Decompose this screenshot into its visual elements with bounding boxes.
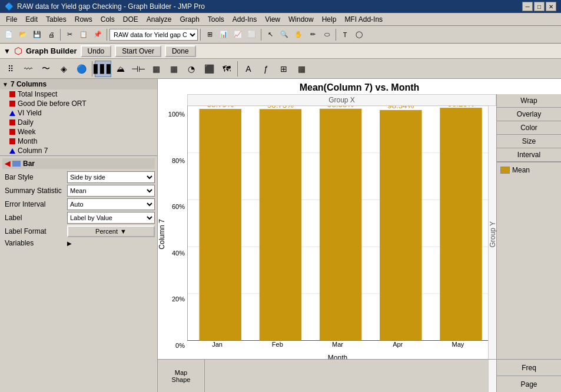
maximize-button[interactable]: □ xyxy=(534,2,545,11)
gb-tool-treemap[interactable]: ⬛ xyxy=(201,61,217,77)
menu-rows[interactable]: Rows xyxy=(71,14,96,25)
menu-window[interactable]: Window xyxy=(285,14,317,25)
color-button[interactable]: Color xyxy=(497,121,561,135)
minimize-button[interactable]: ─ xyxy=(522,2,533,11)
gb-toolbar: ⠿ 〰 〜 ◈ 🔵 ▋▋▋ ⛰ ⊣⊢ ▦ ▦ ◔ ⬛ 🗺 A ƒ ⊞ ▦ xyxy=(0,59,561,79)
x-axis-labels: Jan Feb Mar Apr May xyxy=(187,341,488,353)
column-item-vi-yield[interactable]: VI Yield xyxy=(0,108,157,118)
gb-tool-ref[interactable]: ⊞ xyxy=(275,61,292,77)
toolbar-cut[interactable]: ✂ xyxy=(63,28,76,41)
gb-tool-text[interactable]: A xyxy=(240,61,257,77)
menu-graph[interactable]: Graph xyxy=(176,14,203,25)
wrap-button[interactable]: Wrap xyxy=(497,94,561,108)
toolbar-new[interactable]: 📄 xyxy=(2,28,15,41)
size-button[interactable]: Size xyxy=(497,135,561,148)
menu-file[interactable]: File xyxy=(2,14,21,25)
menu-doe[interactable]: DOE xyxy=(119,14,142,25)
toolbar-shape[interactable]: ◯ xyxy=(353,28,366,41)
col-icon-week xyxy=(9,129,15,135)
label-select[interactable]: Label by Value xyxy=(67,212,155,224)
columns-header[interactable]: ▼ 7 Columns xyxy=(0,79,157,89)
toolbar-btn4[interactable]: ⬜ xyxy=(245,28,258,41)
gb-tool-contour[interactable]: 🔵 xyxy=(73,61,89,77)
undo-button[interactable]: Undo xyxy=(81,45,112,57)
menu-mfi[interactable]: MFI Add-Ins xyxy=(341,14,386,25)
column-item-month[interactable]: Month xyxy=(0,137,157,146)
variables-arrow-icon[interactable]: ▶ xyxy=(67,240,72,247)
gb-tool-box[interactable]: ▦ xyxy=(148,61,164,77)
title-bar-controls[interactable]: ─ □ ✕ xyxy=(522,2,556,11)
gb-tool-ellipse[interactable]: ◈ xyxy=(55,61,72,77)
close-button[interactable]: ✕ xyxy=(546,2,556,11)
start-over-button[interactable]: Start Over xyxy=(115,45,161,57)
menu-tools[interactable]: Tools xyxy=(204,14,228,25)
bars-svg-container[interactable]: 98.79% 98.73% 98.88% xyxy=(187,106,488,341)
toolbar-pencil[interactable]: ✏ xyxy=(306,28,319,41)
toolbar-copy[interactable]: 📋 xyxy=(77,28,90,41)
toolbar-print[interactable]: 🖨 xyxy=(45,28,58,41)
gb-tool-bar[interactable]: ▋▋▋ xyxy=(95,61,111,77)
column-item-daily[interactable]: Daily xyxy=(0,118,157,127)
gb-tool-interval[interactable]: ⊣⊢ xyxy=(130,61,147,77)
error-interval-control[interactable]: Auto xyxy=(67,198,155,210)
left-panel: ▼ 7 Columns Total Inspect Good Die befor… xyxy=(0,79,158,392)
menu-help[interactable]: Help xyxy=(318,14,340,25)
legend-label-mean: Mean xyxy=(512,166,530,174)
legend-item-mean: Mean xyxy=(500,166,557,174)
bar-section-header[interactable]: ◀ Bar xyxy=(2,158,155,169)
menu-addins[interactable]: Add-Ins xyxy=(229,14,260,25)
collapse-icon[interactable]: ▼ xyxy=(4,47,11,55)
column-item-good-die[interactable]: Good Die before ORT xyxy=(0,99,157,108)
menu-edit[interactable]: Edit xyxy=(22,14,41,25)
column-item-col7[interactable]: Column 7 xyxy=(0,146,157,155)
x-label-mar: Mar xyxy=(307,341,367,353)
overlay-button[interactable]: Overlay xyxy=(497,108,561,121)
error-interval-select[interactable]: Auto xyxy=(67,198,155,210)
gb-tool-area[interactable]: ⛰ xyxy=(112,61,129,77)
gb-tool-map[interactable]: 🗺 xyxy=(218,61,235,77)
toolbar-sep1 xyxy=(60,29,61,41)
toolbar-zoom[interactable]: 🔍 xyxy=(278,28,291,41)
toolbar-paste[interactable]: 📌 xyxy=(91,28,104,41)
bar-style-select[interactable]: Side by side xyxy=(67,171,155,183)
gb-tool-scatter[interactable]: ⠿ xyxy=(2,61,19,77)
menu-cols[interactable]: Cols xyxy=(97,14,118,25)
interval-button[interactable]: Interval xyxy=(497,148,561,162)
menu-tables[interactable]: Tables xyxy=(42,14,70,25)
gb-tool-formula[interactable]: ƒ xyxy=(258,61,274,77)
menu-analyze[interactable]: Analyze xyxy=(143,14,175,25)
summary-stat-control[interactable]: Mean xyxy=(67,185,155,197)
toolbar-save[interactable]: 💾 xyxy=(31,28,44,41)
toolbar-btn2[interactable]: 📊 xyxy=(217,28,230,41)
menu-view[interactable]: View xyxy=(261,14,284,25)
right-bottom: Freq Page xyxy=(496,360,561,392)
window-title: RAW data for Yield gap Checking - Graph … xyxy=(17,2,205,11)
summary-stat-select[interactable]: Mean xyxy=(67,185,155,197)
toolbar-btn3[interactable]: 📈 xyxy=(231,28,244,41)
column-item-total-inspect[interactable]: Total Inspect xyxy=(0,89,157,99)
toolbar-hand[interactable]: ✋ xyxy=(292,28,305,41)
main-content: ▼ 7 Columns Total Inspect Good Die befor… xyxy=(0,79,561,392)
toolbar-text[interactable]: T xyxy=(338,28,351,41)
gb-tool-smooth[interactable]: 〜 xyxy=(38,61,54,77)
label-format-control[interactable]: Percent ▼ xyxy=(67,225,155,237)
toolbar-open[interactable]: 📂 xyxy=(16,28,29,41)
toolbar-cursor[interactable]: ↖ xyxy=(264,28,277,41)
toolbar-lasso[interactable]: ⬭ xyxy=(320,28,333,41)
toolbar-sep5 xyxy=(336,29,336,41)
column-item-week[interactable]: Week xyxy=(0,127,157,137)
gb-tool-heatmap[interactable]: ▦ xyxy=(165,61,182,77)
toolbar-btn1[interactable]: ⊞ xyxy=(203,28,216,41)
label-control[interactable]: Label by Value xyxy=(67,212,155,224)
toolbar: 📄 📂 💾 🖨 ✂ 📋 📌 RAW data for Yield gap C ⊞… xyxy=(0,26,561,44)
gb-tool-pie[interactable]: ◔ xyxy=(183,61,200,77)
label-format-button[interactable]: Percent ▼ xyxy=(67,225,155,237)
col-icon-col7 xyxy=(9,148,15,154)
gb-icon: ⬡ xyxy=(14,45,22,57)
bar-style-control[interactable]: Side by side xyxy=(67,171,155,183)
toolbar-data-select[interactable]: RAW data for Yield gap C xyxy=(109,29,198,41)
gb-tool-grid[interactable]: ▦ xyxy=(293,61,310,77)
gb-tool-line[interactable]: 〰 xyxy=(20,61,36,77)
variables-row: Variables ▶ xyxy=(2,239,155,247)
done-button[interactable]: Done xyxy=(165,45,196,57)
